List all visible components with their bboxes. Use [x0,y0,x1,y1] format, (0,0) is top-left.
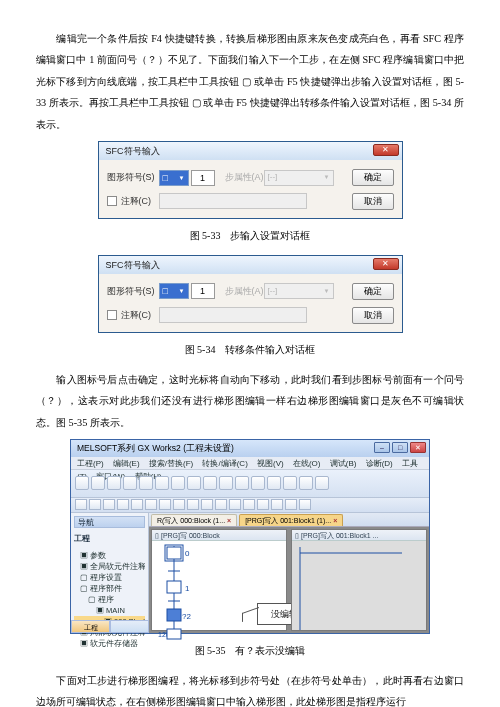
toolbar-button[interactable] [89,499,101,510]
menu-edit[interactable]: 编辑(E) [113,459,140,468]
toolbar-button[interactable] [131,499,143,510]
toolbar-button[interactable] [171,476,185,490]
toolbar-button[interactable] [267,476,281,490]
toolbar-button[interactable] [107,476,121,490]
dialog-step-input: SFC符号输入 ✕ 图形符号(S) □ 1 步属性(A) [--] 确定 注释(… [98,141,403,219]
menu-compile[interactable]: 转换/编译(C) [202,459,247,468]
figure-5-34: SFC符号输入 ✕ 图形符号(S) □ 1 步属性(A) [--] 确定 注释(… [36,255,464,333]
menu-diag[interactable]: 诊断(D) [366,459,393,468]
toolbar-button[interactable] [173,499,185,510]
toolbar-button[interactable] [145,499,157,510]
toolbar-button[interactable] [203,476,217,490]
close-icon[interactable]: ✕ [373,258,399,270]
stepattr-select: [--] [264,170,334,186]
tree-item[interactable]: ▣ MAIN [74,605,145,616]
symbol-select[interactable]: □ [159,170,189,186]
ide-titlebar: MELSOFT系列 GX Works2 (工程未设置) – □ ✕ [71,440,429,457]
toolbar-button[interactable] [257,499,269,510]
label-symbol: 图形符号(S) [107,282,155,301]
nav-tab-project[interactable]: 工程 [71,620,110,633]
svg-rect-5 [167,581,181,593]
toolbar-button[interactable] [235,476,249,490]
minimize-icon[interactable]: – [374,442,390,453]
menu-view[interactable]: 视图(V) [257,459,284,468]
sfc-pane[interactable]: ▯ [PRG]写 000:Block 0 1 [151,529,287,631]
toolbar-button[interactable] [75,499,87,510]
toolbar-button[interactable] [299,499,311,510]
toolbar-button[interactable] [243,499,255,510]
menu-debug[interactable]: 调试(B) [330,459,357,468]
menu-online[interactable]: 在线(O) [293,459,321,468]
paragraph-2: 输入图标号后点击确定，这时光标将自动向下移动，此时我们看到步图标号前面有一个问号… [36,369,464,433]
ok-button[interactable]: 确定 [352,283,394,300]
stepattr-select: [--] [264,283,334,299]
editor-tab-active[interactable]: [PRG]写入 001:Block1 (1)...× [239,514,343,526]
editor-area: R(写入 000:Block (1...× [PRG]写入 001:Block1… [149,513,429,633]
close-icon[interactable]: × [333,517,337,524]
nav-panel: 导航 工程 ▣ 参数 ▣ 全局软元件注释 ▢ 程序设置 ▢ 程序部件 ▢ 程序 … [71,513,149,633]
toolbar-button[interactable] [271,499,283,510]
toolbar-button[interactable] [187,476,201,490]
toolbar-button[interactable] [251,476,265,490]
close-icon[interactable]: ✕ [410,442,426,453]
sfc-diagram: 0 1 ?2 120 [152,541,287,651]
toolbar-button[interactable] [187,499,199,510]
tree-item[interactable]: ▣ 全局软元件注释 [74,561,145,572]
toolbar-button[interactable] [315,476,329,490]
tree-item[interactable]: ▢ 程序 [74,594,145,605]
svg-rect-8 [167,609,181,621]
maximize-icon[interactable]: □ [392,442,408,453]
tree-item[interactable]: ▢ 程序设置 [74,572,145,583]
toolbar-button[interactable] [123,476,137,490]
toolbar-button[interactable] [299,476,313,490]
figure-5-33: SFC符号输入 ✕ 图形符号(S) □ 1 步属性(A) [--] 确定 注释(… [36,141,464,219]
tree-item[interactable]: ▢ 程序部件 [74,583,145,594]
transfer-number-input[interactable]: 1 [191,283,215,299]
menu-search[interactable]: 搜索/替换(F) [149,459,193,468]
tree-item[interactable]: ▣ 软元件存储器 [74,638,145,649]
caption-5-34: 图 5-34 转移条件输入对话框 [36,339,464,360]
paragraph-3: 下面对工步进行梯形图编程，将光标移到步符号处（在步符号处单击），此时再看右边窗口… [36,670,464,707]
toolbar-button[interactable] [201,499,213,510]
svg-rect-1 [167,547,181,559]
toolbar-button[interactable] [91,476,105,490]
cancel-button[interactable]: 取消 [352,193,394,210]
toolbar-button[interactable] [229,499,241,510]
menubar[interactable]: 工程(P) 编辑(E) 搜索/替换(F) 转换/编译(C) 视图(V) 在线(O… [71,457,429,470]
tree-item[interactable]: ▣ 参数 [74,550,145,561]
toolbar-button[interactable] [159,499,171,510]
toolbar-button[interactable] [75,476,89,490]
toolbar-button[interactable] [219,476,233,490]
dialog-transfer-input: SFC符号输入 ✕ 图形符号(S) □ 1 步属性(A) [--] 确定 注释(… [98,255,403,333]
pane-header: ▯ [PRG]写入 001:Block1 ... [292,530,426,541]
nav-tab-other[interactable] [110,620,149,633]
nav-header: 导航 [74,516,145,528]
figure-5-35: MELSOFT系列 GX Works2 (工程未设置) – □ ✕ 工程(P) … [36,439,464,634]
cancel-button[interactable]: 取消 [352,307,394,324]
toolbar-button[interactable] [117,499,129,510]
label-stepattr: 步属性(A) [225,168,264,187]
symbol-select[interactable]: □ [159,283,189,299]
close-icon[interactable]: ✕ [373,144,399,156]
label-comment: 注释(C) [121,192,152,211]
toolbar-button[interactable] [139,476,153,490]
close-icon[interactable]: × [227,517,231,524]
paragraph-1: 编辑完一个条件后按 F4 快捷键转换，转换后梯形图由原来灰色变成亮白色，再看 S… [36,28,464,135]
editor-tab[interactable]: R(写入 000:Block (1...× [151,514,237,526]
ladder-pane: ▯ [PRG]写入 001:Block1 ... [291,529,427,631]
step-number-input[interactable]: 1 [191,170,215,186]
toolbar-button[interactable] [155,476,169,490]
toolbar-button[interactable] [285,499,297,510]
svg-rect-12 [292,541,426,630]
toolbar-button[interactable] [215,499,227,510]
dialog-title: SFC符号输入 [99,142,402,160]
menu-project[interactable]: 工程(P) [77,459,104,468]
nav-section: 工程 [74,530,145,550]
comment-checkbox[interactable] [107,310,117,320]
pane-header: ▯ [PRG]写 000:Block [152,530,286,541]
caption-5-33: 图 5-33 步输入设置对话框 [36,225,464,246]
ok-button[interactable]: 确定 [352,169,394,186]
toolbar-button[interactable] [103,499,115,510]
comment-checkbox[interactable] [107,196,117,206]
toolbar-button[interactable] [283,476,297,490]
